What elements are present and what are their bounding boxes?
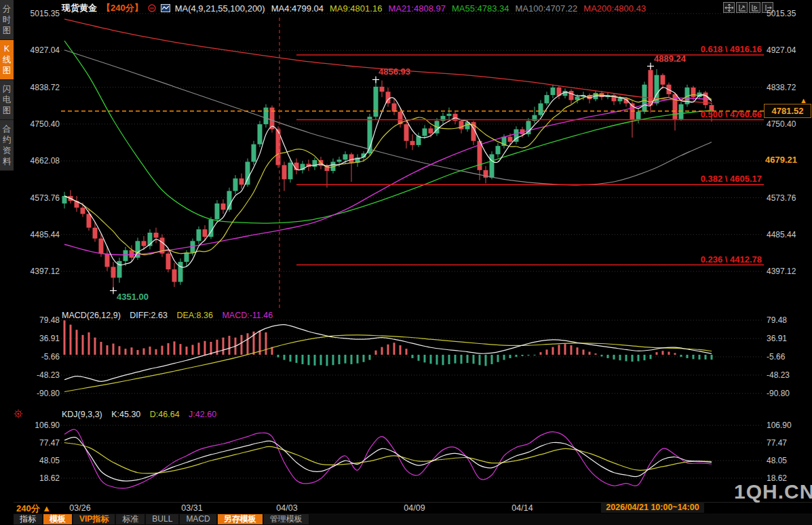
axis-tick-label: 5015.35 xyxy=(767,9,811,18)
fib-level-label: 0.500 \ 4760.66 xyxy=(626,109,762,119)
minus-circle-icon[interactable] xyxy=(148,4,156,12)
toolbar-button[interactable]: MACD xyxy=(180,514,216,524)
kdj-k-value: K:45.30 xyxy=(111,410,140,419)
axis-tick-label: 79.48 xyxy=(14,315,60,325)
axis-tick-label: 18.62 xyxy=(14,473,60,483)
axis-tick-label: 36.91 xyxy=(767,334,811,343)
macd-macd-value: MACD:-11.46 xyxy=(222,311,273,320)
kdj-j-value: J:42.60 xyxy=(189,410,216,419)
axis-tick-label: -90.80 xyxy=(14,389,60,398)
swing-high-label: 4856.93 xyxy=(379,66,410,77)
axis-tick-label: 79.48 xyxy=(767,315,811,325)
axis-tick-label: 48.05 xyxy=(767,456,811,465)
ma-value-label: MA21:4808.97 xyxy=(388,3,446,14)
date-tick-label: 04/14 xyxy=(511,503,533,513)
axis-tick-label: 4927.04 xyxy=(767,45,811,55)
axis-tick-label: 36.91 xyxy=(14,334,60,343)
ma-values: MA(4,9,21,55,100,200)MA4:4799.04MA9:4801… xyxy=(175,3,652,14)
sidebar-tab[interactable]: 分 时 图 xyxy=(0,0,14,40)
ma-params-label: MA(4,9,21,55,100,200) xyxy=(175,3,265,14)
axis-tick-label: 4573.76 xyxy=(767,193,811,203)
axis-tick-label: 4485.44 xyxy=(14,230,60,239)
axis-tick-label: 77.47 xyxy=(14,438,60,448)
sidebar-tab[interactable]: 闪 电 图 xyxy=(0,80,14,120)
axis-tick-label: 4838.72 xyxy=(767,83,811,92)
axis-tick-label: 5015.35 xyxy=(14,9,60,18)
axis-tick-label: 4397.12 xyxy=(14,267,60,276)
current-price-label: 4781.52 xyxy=(764,104,811,118)
ma-value-label: MA200:4800.43 xyxy=(583,3,646,14)
axis-tick-label: 106.90 xyxy=(767,421,811,430)
macd-header: MACD(26,12,9) DIFF:2.63 DEA:8.36 MACD:-1… xyxy=(62,311,273,320)
axis-tick-label: 4662.08 xyxy=(14,156,60,166)
watermark: 1QH.CN xyxy=(734,480,812,503)
axis-tick-label: -5.66 xyxy=(767,352,811,362)
sidebar-tab[interactable]: K 线 图 xyxy=(0,40,14,80)
indicator-icon[interactable] xyxy=(161,4,170,12)
chart-toolbar-icons xyxy=(723,2,773,13)
axis-play-icon[interactable] xyxy=(749,2,760,13)
axis-tick-label: -48.23 xyxy=(767,370,811,380)
toolbar-button[interactable]: 另存模板 xyxy=(218,514,263,524)
axis-zoom-icon[interactable] xyxy=(736,2,748,13)
fib-level-label: 0.618 \ 4916.16 xyxy=(626,44,762,54)
kdj-header: KDJ(9,3,3) K:45.30 D:46.64 J:42.60 xyxy=(62,410,216,419)
pan-icon[interactable] xyxy=(723,2,735,13)
date-tick-label: 03/26 xyxy=(69,503,90,513)
ma-value-label: MA9:4801.16 xyxy=(330,3,382,14)
axis-tick-label: 4838.72 xyxy=(14,83,60,92)
axis-tick-label: 4750.40 xyxy=(14,119,60,129)
ma-value-label: MA55:4783.34 xyxy=(452,3,509,14)
kdj-title: KDJ(9,3,3) xyxy=(62,410,102,419)
fib-level-label: 0.382 \ 4605.17 xyxy=(626,174,762,184)
fib-level-label: 0.236 \ 4412.78 xyxy=(626,254,762,265)
macd-dea-value: DEA:8.36 xyxy=(176,311,213,320)
sidebar: 分 时 图K 线 图闪 电 图合 约 资 料 xyxy=(0,0,14,525)
date-tick-label: 04/03 xyxy=(276,503,297,513)
ma-value-label: MA100:4707.22 xyxy=(516,3,578,14)
axis-tick-label: 106.90 xyxy=(14,421,60,430)
toolbar-button[interactable]: BULL xyxy=(146,514,178,524)
sidebar-tab[interactable]: 合 约 资 料 xyxy=(0,120,14,171)
toolbar-button[interactable]: 管理模板 xyxy=(264,514,309,524)
axis-tick-label: 4750.40 xyxy=(767,119,811,129)
alarm-icon[interactable] xyxy=(14,409,23,419)
axis-tick-label: 4397.12 xyxy=(767,267,811,276)
swing-high-label-2: 4889.24 xyxy=(654,54,686,64)
macd-title: MACD(26,12,9) xyxy=(62,311,121,320)
period-label[interactable]: 【240分】 xyxy=(102,2,143,14)
axis-tick-label: 4573.76 xyxy=(14,193,60,203)
toolbar-button[interactable]: 标准 xyxy=(116,514,144,524)
symbol-name: 现货黄金 xyxy=(62,2,97,14)
bottom-toolbar: 指标模板VIP指标标准BULLMACD另存模板管理模板 xyxy=(14,513,812,525)
swing-low-label: 4351.00 xyxy=(117,292,149,302)
axis-tick-label: -48.23 xyxy=(14,370,60,380)
secondary-price-label: 4679.21 xyxy=(765,154,807,166)
app-window: 分 时 图K 线 图闪 电 图合 约 资 料 现货黄金 【240分】 MA(4,… xyxy=(0,0,812,525)
chart-header: 现货黄金 【240分】 MA(4,9,21,55,100,200)MA4:479… xyxy=(62,2,652,14)
toolbar-button[interactable]: 指标 xyxy=(14,514,42,524)
date-tick-label: 04/09 xyxy=(404,503,425,513)
date-tick-label: 03/31 xyxy=(181,503,202,513)
ma-value-label: MA4:4799.04 xyxy=(271,3,324,14)
axis-tick-label: -90.80 xyxy=(767,389,811,398)
toolbar-button[interactable]: 模板 xyxy=(43,514,72,524)
kdj-d-value: D:46.64 xyxy=(150,410,180,419)
axis-tick-label: 4927.04 xyxy=(14,45,60,55)
axis-tick-label: 77.47 xyxy=(767,438,811,448)
current-bar-time: 2026/04/21 10:00~14:00 二 xyxy=(601,502,704,513)
axis-tick-label: 4485.44 xyxy=(767,230,811,239)
axis-tick-label: -5.66 xyxy=(14,352,60,362)
axis-tick-label: 48.05 xyxy=(14,456,60,465)
macd-diff-value: DIFF:2.63 xyxy=(130,311,168,320)
toolbar-button[interactable]: VIP指标 xyxy=(73,514,115,524)
